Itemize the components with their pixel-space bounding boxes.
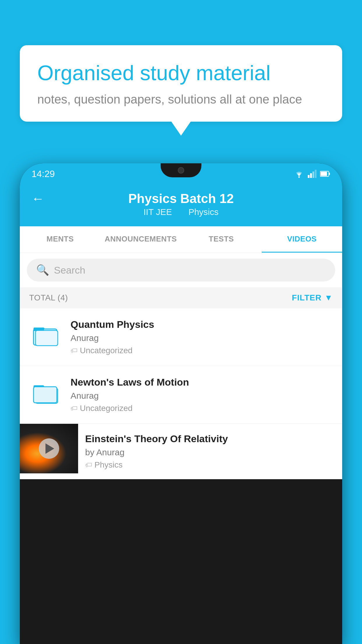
- tag-icon: 🏷: [85, 461, 92, 469]
- total-count: TOTAL (4): [29, 293, 68, 302]
- video-info-2: Newton's Laws of Motion Anurag 🏷 Uncateg…: [71, 377, 333, 413]
- tag-icon: 🏷: [71, 404, 78, 412]
- wifi-icon: [294, 170, 304, 178]
- svg-rect-6: [329, 173, 330, 175]
- folder-icon: [32, 322, 58, 348]
- list-item[interactable]: Einstein's Theory Of Relativity by Anura…: [20, 424, 342, 479]
- svg-rect-1: [308, 175, 310, 178]
- search-placeholder: Search: [54, 265, 85, 276]
- play-triangle-icon: [45, 443, 54, 454]
- video-author-3: by Anurag: [85, 447, 335, 457]
- status-icons: [294, 170, 331, 178]
- tabs-bar: MENTS ANNOUNCEMENTS TESTS VIDEOS: [20, 226, 342, 253]
- back-button[interactable]: ←: [31, 191, 44, 206]
- status-time: 14:29: [31, 169, 55, 179]
- video-thumbnail-1: [29, 319, 61, 351]
- tag-label-1: Uncategorized: [80, 346, 133, 355]
- app-bar: ← Physics Batch 12 IIT JEE Physics: [20, 184, 342, 226]
- video-author-2: Anurag: [71, 391, 333, 401]
- video-title-3: Einstein's Theory Of Relativity: [85, 433, 335, 444]
- filter-button[interactable]: FILTER ▼: [292, 293, 333, 302]
- video-title-1: Quantum Physics: [71, 319, 333, 330]
- hero-subtitle: notes, question papers, solutions all at…: [37, 92, 325, 106]
- video-tag-3: 🏷 Physics: [85, 460, 335, 470]
- list-item[interactable]: Newton's Laws of Motion Anurag 🏷 Uncateg…: [20, 366, 342, 424]
- speech-bubble: Organised study material notes, question…: [20, 45, 342, 122]
- video-tag-2: 🏷 Uncategorized: [71, 404, 333, 413]
- tab-tests[interactable]: TESTS: [181, 226, 262, 253]
- tab-videos[interactable]: VIDEOS: [262, 226, 342, 253]
- filter-label: FILTER: [292, 293, 321, 302]
- hero-title: Organised study material: [37, 60, 325, 85]
- search-container: 🔍 Search: [20, 253, 342, 287]
- video-info-3: Einstein's Theory Of Relativity by Anura…: [78, 424, 342, 479]
- video-info-1: Quantum Physics Anurag 🏷 Uncategorized: [71, 319, 333, 355]
- app-bar-subtitle2: Physics: [188, 207, 218, 217]
- svg-rect-3: [312, 172, 314, 178]
- play-button[interactable]: [39, 438, 59, 459]
- video-list: Quantum Physics Anurag 🏷 Uncategorized N…: [20, 308, 342, 479]
- search-bar[interactable]: 🔍 Search: [27, 259, 335, 281]
- camera-dot: [178, 167, 184, 174]
- filter-row: TOTAL (4) FILTER ▼: [20, 287, 342, 308]
- video-tag-1: 🏷 Uncategorized: [71, 346, 333, 355]
- tag-icon: 🏷: [71, 346, 78, 355]
- signal-icon: [308, 170, 317, 178]
- filter-icon: ▼: [324, 293, 333, 302]
- svg-point-0: [298, 176, 300, 178]
- svg-rect-16: [34, 387, 57, 403]
- notch: [161, 163, 201, 177]
- svg-rect-4: [315, 170, 317, 178]
- tab-announcements[interactable]: ANNOUNCEMENTS: [101, 226, 181, 253]
- list-item[interactable]: Quantum Physics Anurag 🏷 Uncategorized: [20, 308, 342, 366]
- search-icon: 🔍: [36, 264, 49, 276]
- video-thumbnail-2: [29, 377, 61, 409]
- video-title-2: Newton's Laws of Motion: [71, 377, 333, 388]
- svg-rect-13: [36, 330, 58, 346]
- phone-frame: 14:29: [20, 163, 342, 644]
- svg-rect-2: [310, 173, 312, 178]
- status-bar: 14:29: [20, 163, 342, 184]
- tab-ments[interactable]: MENTS: [20, 226, 101, 253]
- hero-section: Organised study material notes, question…: [20, 45, 342, 122]
- video-thumbnail-3: [20, 424, 78, 473]
- svg-rect-7: [321, 172, 327, 176]
- battery-icon: [320, 171, 331, 177]
- tag-label-2: Uncategorized: [80, 404, 133, 413]
- tag-label-3: Physics: [94, 460, 122, 470]
- folder-icon: [32, 379, 58, 406]
- app-bar-title: Physics Batch 12: [128, 191, 234, 206]
- app-bar-subtitle1: IIT JEE: [143, 207, 172, 217]
- video-author-1: Anurag: [71, 333, 333, 343]
- app-bar-row: ← Physics Batch 12: [31, 191, 331, 206]
- app-bar-subtitle: IIT JEE Physics: [140, 207, 222, 217]
